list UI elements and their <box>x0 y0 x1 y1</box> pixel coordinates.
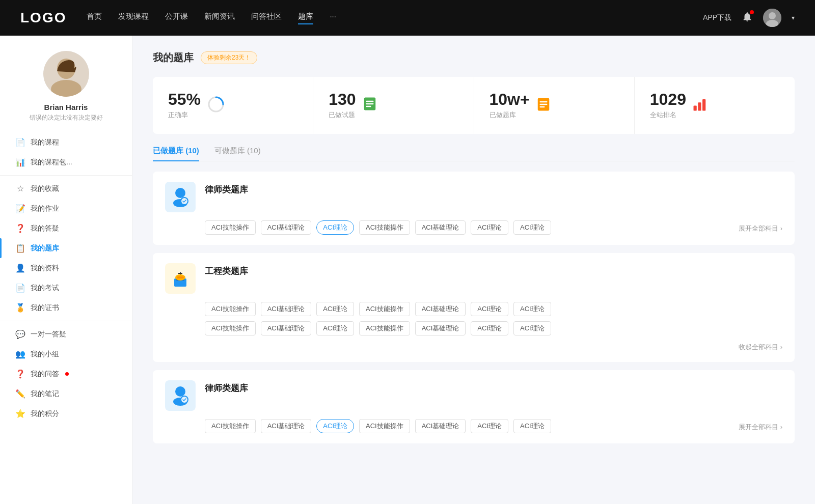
notification-bell[interactable] <box>742 11 753 24</box>
tag-2-1[interactable]: ACI基础理论 <box>261 419 312 433</box>
tab-available[interactable]: 可做题库 (10) <box>214 146 261 161</box>
cert-icon: 🏅 <box>15 303 25 313</box>
tag-1-6[interactable]: ACI理论 <box>513 302 551 316</box>
my-qa-icon: ❓ <box>15 369 25 379</box>
tag-2-4[interactable]: ACI基础理论 <box>415 419 466 433</box>
expand-link-2[interactable]: 展开全部科目 › <box>739 421 782 432</box>
sidebar-item-homework[interactable]: 📝 我的作业 <box>0 199 132 218</box>
stat-questions-value: 130 <box>329 91 356 107</box>
tag-0-0[interactable]: ACI技能操作 <box>205 220 256 235</box>
svg-rect-11 <box>366 105 371 107</box>
sidebar-item-favorites[interactable]: ☆ 我的收藏 <box>0 179 132 199</box>
group-icon: 👥 <box>15 349 25 359</box>
stat-ranking-text: 1029 全站排名 <box>650 91 686 120</box>
profile-icon: 👤 <box>15 263 25 273</box>
user-menu-chevron[interactable]: ▾ <box>792 14 795 21</box>
sidebar-item-points[interactable]: ⭐ 我的积分 <box>0 404 132 424</box>
course-pkg-icon: 📊 <box>15 157 25 167</box>
sidebar-item-notes-label: 我的笔记 <box>31 389 59 399</box>
tag-1-13[interactable]: ACI理论 <box>513 321 551 335</box>
tag-2-5[interactable]: ACI理论 <box>471 419 508 433</box>
nav-qa[interactable]: 问答社区 <box>251 12 282 24</box>
tag-1-4[interactable]: ACI基础理论 <box>415 302 466 316</box>
tag-1-10[interactable]: ACI技能操作 <box>359 321 410 335</box>
sidebar-item-profile[interactable]: 👤 我的资料 <box>0 258 132 278</box>
stat-banks-value: 10w+ <box>490 91 530 107</box>
tag-0-1[interactable]: ACI基础理论 <box>261 220 312 235</box>
nav-news[interactable]: 新闻资讯 <box>204 12 235 24</box>
sidebar-item-courses[interactable]: 📄 我的课程 <box>0 132 132 152</box>
sidebar-item-course-pkg[interactable]: 📊 我的课程包... <box>0 152 132 172</box>
qbank-header-1: 工程类题库 <box>165 263 782 294</box>
sidebar-item-my-qa[interactable]: ❓ 我的问答 <box>0 364 132 384</box>
sidebar-item-group[interactable]: 👥 我的小组 <box>0 344 132 364</box>
qbank-title-2: 律师类题库 <box>205 380 248 394</box>
tag-0-2[interactable]: ACI理论 <box>316 220 354 235</box>
nav-qbank[interactable]: 题库 <box>298 12 313 24</box>
main-content: 我的题库 体验剩余23天！ 55% 正确率 <box>132 36 815 504</box>
sidebar-divider-1 <box>0 175 132 176</box>
nav-more[interactable]: ··· <box>330 12 336 24</box>
stat-accuracy-icon <box>207 95 225 116</box>
sidebar-item-1on1[interactable]: 💬 一对一答疑 <box>0 324 132 344</box>
nav-home[interactable]: 首页 <box>87 12 102 24</box>
tag-0-4[interactable]: ACI基础理论 <box>415 220 466 235</box>
tag-2-0[interactable]: ACI技能操作 <box>205 419 256 433</box>
qa-icon: ❓ <box>15 223 25 233</box>
tag-0-5[interactable]: ACI理论 <box>471 220 508 235</box>
tag-2-2[interactable]: ACI理论 <box>316 419 354 433</box>
tag-1-8[interactable]: ACI基础理论 <box>261 321 312 335</box>
sidebar-item-qa[interactable]: ❓ 我的答疑 <box>0 218 132 238</box>
tag-1-1[interactable]: ACI基础理论 <box>261 302 312 316</box>
qbank-header-2: 律师类题库 <box>165 380 782 411</box>
tag-1-11[interactable]: ACI基础理论 <box>415 321 466 335</box>
user-avatar-nav[interactable] <box>763 9 781 27</box>
sidebar-item-cert[interactable]: 🏅 我的证书 <box>0 298 132 318</box>
1on1-icon: 💬 <box>15 329 25 339</box>
sidebar-item-notes[interactable]: ✏️ 我的笔记 <box>0 384 132 404</box>
homework-icon: 📝 <box>15 204 25 213</box>
qbank-card-1: 工程类题库 ACI技能操作 ACI基础理论 ACI理论 ACI技能操作 ACI基… <box>153 253 795 362</box>
nav-open-course[interactable]: 公开课 <box>165 12 188 24</box>
page-title-row: 我的题库 体验剩余23天！ <box>153 51 795 65</box>
stat-banks-label: 已做题库 <box>490 110 530 120</box>
sidebar-item-profile-label: 我的资料 <box>31 264 59 273</box>
expand-link-0[interactable]: 展开全部科目 › <box>739 222 782 233</box>
tag-2-3[interactable]: ACI技能操作 <box>359 419 410 433</box>
favorites-icon: ☆ <box>15 184 25 193</box>
tab-done[interactable]: 已做题库 (10) <box>153 146 199 161</box>
stat-ranking-label: 全站排名 <box>650 110 686 120</box>
svg-rect-18 <box>702 99 705 111</box>
collapse-link-1[interactable]: 收起全部科目 › <box>739 341 782 352</box>
tag-1-3[interactable]: ACI技能操作 <box>359 302 410 316</box>
tags-row-0: ACI技能操作 ACI基础理论 ACI理论 ACI技能操作 ACI基础理论 AC… <box>205 220 782 235</box>
nav-discover[interactable]: 发现课程 <box>118 12 149 24</box>
tag-1-5[interactable]: ACI理论 <box>471 302 508 316</box>
app-download-link[interactable]: APP下载 <box>703 13 731 22</box>
tag-1-0[interactable]: ACI技能操作 <box>205 302 256 316</box>
sidebar-item-exam[interactable]: 📄 我的考试 <box>0 278 132 298</box>
tag-0-6[interactable]: ACI理论 <box>513 220 551 235</box>
tag-1-7[interactable]: ACI技能操作 <box>205 321 256 335</box>
notification-dot <box>750 10 754 14</box>
tag-1-9[interactable]: ACI理论 <box>316 321 354 335</box>
tag-2-6[interactable]: ACI理论 <box>513 419 551 433</box>
bar-red-icon <box>692 97 708 114</box>
sidebar-item-group-label: 我的小组 <box>31 350 59 359</box>
stat-ranking-value: 1029 <box>650 91 686 107</box>
tag-0-3[interactable]: ACI技能操作 <box>359 220 410 235</box>
stat-questions: 130 已做试题 <box>313 77 474 134</box>
doc-green-icon <box>362 96 377 115</box>
qbank-title-0: 律师类题库 <box>205 182 248 195</box>
sidebar-item-qbank[interactable]: 📋 我的题库 <box>0 238 132 258</box>
tag-1-12[interactable]: ACI理论 <box>471 321 508 335</box>
stat-banks-text: 10w+ 已做题库 <box>490 91 530 120</box>
nav-links: 首页 发现课程 公开课 新闻资讯 问答社区 题库 ··· <box>87 12 683 24</box>
sidebar-item-1on1-label: 一对一答疑 <box>31 330 66 339</box>
trial-badge: 体验剩余23天！ <box>201 51 257 64</box>
notes-icon: ✏️ <box>15 389 25 399</box>
tag-1-2[interactable]: ACI理论 <box>316 302 354 316</box>
svg-rect-16 <box>693 106 696 111</box>
tags-row-2: ACI技能操作 ACI基础理论 ACI理论 ACI技能操作 ACI基础理论 AC… <box>205 419 782 433</box>
sidebar-item-cert-label: 我的证书 <box>31 303 59 313</box>
